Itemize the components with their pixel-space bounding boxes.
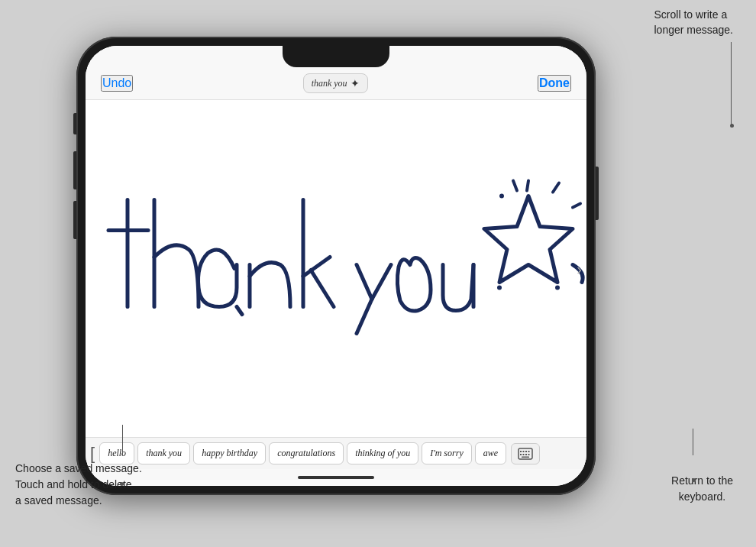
svg-rect-11 bbox=[528, 454, 530, 455]
home-bar bbox=[298, 476, 374, 479]
annotation-line-bottom-left bbox=[122, 425, 123, 455]
svg-rect-5 bbox=[523, 451, 525, 452]
handwriting-svg bbox=[86, 100, 586, 437]
silent-switch bbox=[73, 113, 76, 134]
svg-point-0 bbox=[499, 194, 504, 199]
page-background: Scroll to write a longer message. Undo t… bbox=[0, 0, 756, 547]
suggestion-thinking-of-you[interactable]: thinking of you bbox=[347, 442, 418, 464]
preview-badge: thank you ✦ bbox=[303, 73, 368, 93]
suggestion-im-sorry[interactable]: I'm sorry bbox=[422, 442, 472, 464]
annotation-dot-top bbox=[730, 124, 734, 128]
volume-down-button bbox=[73, 201, 76, 239]
suggestion-thank-you[interactable]: thank you bbox=[137, 442, 190, 464]
suggestion-awe[interactable]: awe bbox=[475, 442, 506, 464]
svg-rect-12 bbox=[522, 456, 529, 458]
annotation-scroll: Scroll to write a longer message. bbox=[654, 8, 733, 37]
iphone-screen: Undo thank you ✦ Done bbox=[86, 46, 586, 486]
annotation-line-top bbox=[731, 42, 732, 125]
suggestion-congratulations[interactable]: congratulations bbox=[269, 442, 344, 464]
svg-rect-4 bbox=[520, 451, 522, 452]
svg-rect-6 bbox=[525, 451, 527, 452]
svg-point-2 bbox=[555, 286, 560, 290]
preview-star-icon: ✦ bbox=[351, 77, 360, 89]
screen-content: Undo thank you ✦ Done bbox=[86, 46, 586, 486]
svg-point-1 bbox=[497, 286, 502, 290]
undo-button[interactable]: Undo bbox=[101, 75, 133, 92]
annotation-dot-bottom-left bbox=[120, 482, 124, 486]
svg-rect-9 bbox=[523, 454, 525, 455]
drawing-area[interactable]: › bbox=[86, 100, 586, 437]
svg-rect-8 bbox=[520, 454, 522, 455]
iphone-device: Undo thank you ✦ Done bbox=[76, 37, 596, 495]
scroll-right-arrow[interactable]: › bbox=[577, 260, 582, 277]
suggestion-happy-birthday[interactable]: happy birthday bbox=[193, 442, 266, 464]
volume-up-button bbox=[73, 151, 76, 189]
svg-rect-7 bbox=[528, 451, 530, 452]
notch bbox=[283, 46, 389, 67]
power-button bbox=[596, 167, 599, 220]
svg-rect-10 bbox=[525, 454, 527, 455]
suggestion-bar: [ hello thank you happy birthday congrat… bbox=[86, 437, 586, 469]
preview-text: thank you bbox=[312, 78, 347, 89]
home-indicator bbox=[86, 469, 586, 486]
done-button[interactable]: Done bbox=[538, 75, 571, 92]
annotation-dot-bottom-right bbox=[692, 478, 696, 482]
keyboard-icon bbox=[518, 448, 533, 460]
annotation-line-bottom-right bbox=[693, 429, 693, 455]
annotation-keyboard: Return to the keyboard. bbox=[671, 473, 733, 505]
keyboard-button[interactable] bbox=[511, 443, 540, 464]
